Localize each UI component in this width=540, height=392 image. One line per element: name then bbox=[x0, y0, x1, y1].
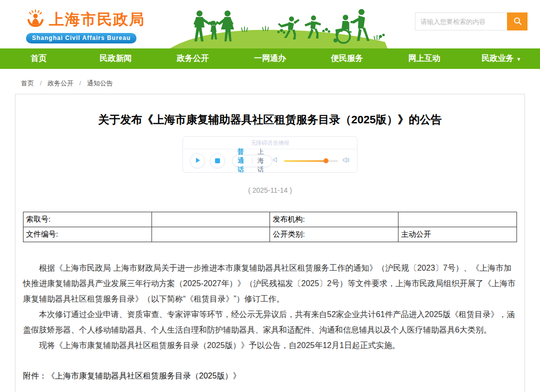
meta-value-index-number bbox=[152, 212, 270, 227]
volume-slider[interactable] bbox=[284, 160, 338, 162]
stop-button[interactable] bbox=[210, 153, 225, 168]
nav-item-online-interaction[interactable]: 网上互动 bbox=[386, 48, 462, 69]
search-button[interactable] bbox=[507, 12, 528, 30]
nav-item-home[interactable]: 首页 bbox=[0, 48, 77, 69]
article-body: 根据《上海市民政局 上海市财政局关于进一步推进本市康复辅助器具社区租赁服务工作的… bbox=[23, 260, 517, 353]
site-logo[interactable]: 上海市民政局 Shanghai Civil Affairs Bureau bbox=[25, 8, 145, 43]
breadcrumb: 首页 / 政务公开 / 通知公告 bbox=[21, 79, 540, 88]
nav-item-gov-disclosure[interactable]: 政务公开 bbox=[154, 48, 232, 69]
search-icon bbox=[513, 16, 522, 27]
attachment-link[interactable]: 《上海市康复辅助器具社区租赁服务目录（2025版）》 bbox=[47, 372, 241, 380]
meta-value-disclosure-category: 主动公开 bbox=[398, 227, 517, 242]
breadcrumb-separator: / bbox=[40, 79, 42, 87]
paragraph: 本次修订通过企业申请、资质审查、专家评审等环节，经公示无异议后，共有来自52家企… bbox=[23, 307, 517, 338]
chevron-down-icon: ▼ bbox=[516, 56, 521, 62]
family-illustration bbox=[168, 1, 388, 50]
stop-icon bbox=[215, 158, 220, 163]
civil-affairs-logo-icon bbox=[25, 8, 46, 31]
nav-item-civil-affairs-business[interactable]: 民政业务 ▼ bbox=[463, 48, 540, 69]
attachment-row: 附件：《上海市康复辅助器具社区租赁服务目录（2025版）》 bbox=[23, 371, 517, 382]
site-header: 上海市民政局 Shanghai Civil Affairs Bureau bbox=[0, 0, 540, 48]
nav-item-news[interactable]: 民政新闻 bbox=[77, 48, 154, 69]
paragraph: 现将《上海市康复辅助器具社区租赁服务目录（2025版）》予以公告，自2025年1… bbox=[23, 338, 517, 353]
table-row: 索取号: 发布机构: bbox=[24, 212, 517, 227]
audio-player: 无障碍语音播报 普通话 上海话 bbox=[182, 136, 358, 173]
meta-label-issuing-agency: 发布机构: bbox=[270, 212, 398, 227]
breadcrumb-home[interactable]: 首页 bbox=[21, 79, 34, 87]
main-nav: 首页 民政新闻 政务公开 一网通办 便民服务 网上互动 民政业务 ▼ bbox=[0, 48, 540, 69]
volume-slider-handle[interactable] bbox=[324, 158, 328, 163]
article-container: 关于发布《上海市康复辅助器具社区租赁服务目录（2025版）》的公告 无障碍语音播… bbox=[15, 94, 525, 392]
play-icon bbox=[194, 156, 200, 165]
article-title: 关于发布《上海市康复辅助器具社区租赁服务目录（2025版）》的公告 bbox=[23, 112, 517, 127]
meta-label-index-number: 索取号: bbox=[24, 212, 152, 227]
breadcrumb-gov-disclosure[interactable]: 政务公开 bbox=[48, 79, 74, 87]
nav-item-convenience-services[interactable]: 便民服务 bbox=[308, 48, 386, 69]
meta-value-issuing-agency bbox=[398, 212, 517, 227]
language-switcher: 普通话 上海话 bbox=[232, 155, 272, 167]
document-meta-table: 索取号: 发布机构: 文件编号: 公开类别: 主动公开 bbox=[23, 212, 517, 242]
publish-date: ( 2025-11-14 ) bbox=[23, 186, 517, 194]
nav-item-one-network[interactable]: 一网通办 bbox=[232, 48, 308, 69]
play-button[interactable] bbox=[190, 153, 205, 168]
volume-low-icon bbox=[272, 156, 280, 165]
meta-label-document-number: 文件编号: bbox=[24, 227, 152, 242]
site-title: 上海市民政局 bbox=[49, 9, 145, 30]
lang-mandarin-option[interactable]: 普通话 bbox=[232, 147, 252, 174]
site-subtitle: Shanghai Civil Affairs Bureau bbox=[26, 33, 136, 43]
breadcrumb-separator: / bbox=[80, 79, 82, 87]
volume-high-icon bbox=[342, 156, 350, 166]
attachment-label: 附件： bbox=[23, 372, 47, 380]
paragraph: 根据《上海市民政局 上海市财政局关于进一步推进本市康复辅助器具社区租赁服务工作的… bbox=[23, 260, 517, 307]
meta-value-document-number bbox=[152, 227, 270, 242]
table-row: 文件编号: 公开类别: 主动公开 bbox=[24, 227, 517, 242]
lang-shanghainese-option[interactable]: 上海话 bbox=[252, 147, 272, 174]
site-search bbox=[415, 12, 528, 30]
volume-control bbox=[272, 156, 350, 166]
breadcrumb-current: 通知公告 bbox=[87, 79, 113, 87]
meta-label-disclosure-category: 公开类别: bbox=[270, 227, 398, 242]
search-input[interactable] bbox=[415, 12, 507, 30]
